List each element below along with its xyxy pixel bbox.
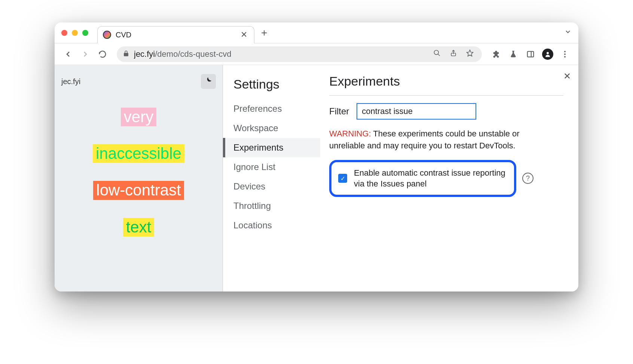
settings-nav-ignore-list[interactable]: Ignore List [223,157,320,177]
minimize-window-button[interactable] [72,30,78,36]
settings-nav-locations[interactable]: Locations [223,216,320,235]
experiment-label: Enable automatic contrast issue reportin… [354,167,507,189]
maximize-window-button[interactable] [82,30,88,36]
settings-nav-workspace[interactable]: Workspace [223,118,320,138]
svg-point-6 [547,52,549,54]
forward-button[interactable] [79,47,92,61]
demo-word: inaccessible [93,144,184,163]
content-area: jec.fyi very inaccessible low-contrast t… [55,65,578,291]
lock-icon [123,49,129,59]
demo-word: text [123,218,155,237]
settings-title: Settings [223,74,320,99]
svg-point-0 [434,50,439,55]
help-icon[interactable]: ? [522,173,533,184]
filter-input[interactable] [357,103,476,120]
browser-tab[interactable]: CVD ✕ [97,26,254,43]
settings-nav-preferences[interactable]: Preferences [223,99,320,118]
site-name: jec.fyi [61,77,80,86]
tabs-dropdown-icon[interactable] [564,28,572,37]
svg-marker-3 [467,50,473,56]
experiment-highlighted: ✓ Enable automatic contrast issue report… [329,160,516,197]
window-controls [61,30,88,36]
bookmark-star-icon[interactable] [464,49,476,59]
favicon-icon [103,31,111,39]
experiment-checkbox[interactable]: ✓ [338,174,347,183]
settings-nav-devices[interactable]: Devices [223,177,320,196]
moon-icon [204,76,212,87]
back-button[interactable] [61,47,75,61]
new-tab-button[interactable]: + [261,27,267,39]
side-panel-icon[interactable] [524,47,537,61]
toolbar: ⟳ ⟳ jec.fyi/demo/cds-quest-cvd [55,43,578,65]
rendered-page: jec.fyi very inaccessible low-contrast t… [55,65,223,291]
experiments-warning: WARNING: These experiments could be unst… [329,128,539,152]
settings-nav-experiments[interactable]: Experiments [223,138,320,157]
demo-word: low-contrast [93,181,184,200]
url-text: jec.fyi/demo/cds-quest-cvd [134,49,426,59]
close-window-button[interactable] [61,30,67,36]
settings-main: Experiments Filter WARNING: These experi… [320,65,578,291]
demo-text-list: very inaccessible low-contrast text [61,108,216,237]
share-icon[interactable] [447,49,459,59]
profile-avatar[interactable] [541,47,554,61]
demo-word: very [121,108,156,126]
warning-prefix: WARNING: [329,129,371,138]
reload-button[interactable]: ⟳ [96,47,109,61]
devtools-settings-panel: ✕ Settings Preferences Workspace Experim… [223,65,578,291]
titlebar: CVD ✕ + [55,22,578,43]
browser-window: CVD ✕ + ⟳ ⟳ jec.fyi/demo/cds-quest-cvd [55,22,578,291]
settings-nav: Settings Preferences Workspace Experimen… [223,65,320,291]
browser-menu-button[interactable] [558,47,572,61]
address-bar[interactable]: jec.fyi/demo/cds-quest-cvd [117,46,482,62]
settings-nav-throttling[interactable]: Throttling [223,196,320,216]
tab-close-icon[interactable]: ✕ [241,30,247,40]
close-settings-icon[interactable]: ✕ [563,71,571,81]
svg-rect-4 [528,51,534,57]
url-host: jec.fyi [134,49,155,59]
labs-flask-icon[interactable] [507,47,520,61]
extensions-icon[interactable] [489,47,503,61]
tab-title: CVD [116,31,236,39]
svg-line-1 [438,54,440,56]
filter-label: Filter [329,106,349,117]
experiments-heading: Experiments [329,74,563,96]
url-path: /demo/cds-quest-cvd [155,49,231,59]
filter-row: Filter [329,103,563,120]
theme-toggle-button[interactable] [201,74,216,89]
zoom-icon[interactable] [431,49,443,59]
